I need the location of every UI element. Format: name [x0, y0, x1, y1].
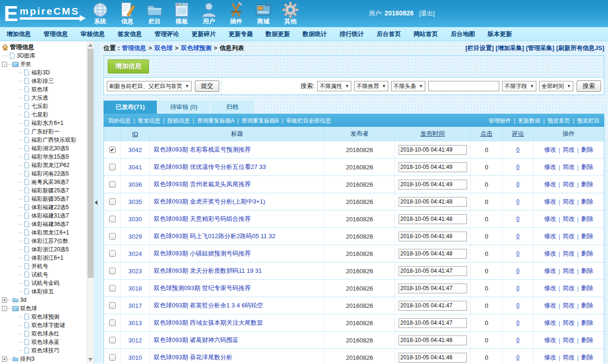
info-id-link[interactable]: 3030 — [128, 216, 142, 223]
nav-item-签发信息[interactable]: 签发信息 — [118, 30, 142, 38]
breadcrumb-link-双色球预测[interactable]: 双色球预测 — [181, 44, 211, 51]
sidebar-item-双色球预测[interactable]: 双色球预测 — [0, 313, 87, 321]
row-checkbox[interactable] — [109, 164, 116, 170]
info-title-link[interactable]: 双色球093期 码上飞012路分析2路码05 11 32 — [154, 232, 275, 240]
publish-time-input[interactable] — [399, 353, 467, 363]
breadcrumb-link-管理信息[interactable]: 管理信息 — [122, 44, 146, 51]
info-title-link[interactable]: 双色球093期 西域女孩本期关注大尾数篮 — [154, 319, 263, 327]
nav-item-数据更新[interactable]: 数据更新 — [266, 30, 290, 38]
op-link-简改[interactable]: 简改 — [563, 180, 575, 189]
sidebar-item-试机号金码[interactable]: 试机号金码 — [0, 279, 87, 287]
sidebar-collapse-handle[interactable] — [94, 41, 99, 364]
sort-time-link[interactable]: 发布时间 — [421, 130, 445, 138]
op-link-删除[interactable]: 删除 — [581, 353, 593, 362]
header-menu-栏目[interactable]: 栏目 — [141, 0, 168, 27]
sidebar-item-福彩河南22选5[interactable]: 福彩河南22选5 — [0, 169, 87, 178]
info-title-link[interactable]: 双色球093期 天意精彩号码组合推荐 — [154, 215, 251, 223]
info-id-link[interactable]: 3013 — [128, 320, 142, 327]
tab-待审核 (0)[interactable]: 待审核 (0) — [158, 101, 210, 114]
op-link-简改[interactable]: 简改 — [563, 146, 575, 154]
op-link-修改[interactable]: 修改 — [544, 249, 556, 258]
op-link-修改[interactable]: 修改 — [544, 353, 556, 362]
nav-item-管理信息[interactable]: 管理信息 — [44, 30, 68, 38]
info-id-link[interactable]: 3010 — [128, 354, 142, 361]
sidebar-item-福彩东方6+1[interactable]: 福彩东方6+1 — [0, 119, 87, 127]
op-link-简改[interactable]: 简改 — [563, 163, 575, 171]
sidebar-item-体彩排三[interactable]: 体彩排三 — [0, 77, 87, 85]
sidebar-item-福彩湖北30选5[interactable]: 福彩湖北30选5 — [0, 144, 87, 153]
sort-comments-link[interactable]: 评论 — [512, 130, 524, 138]
op-link-修改[interactable]: 修改 — [544, 301, 556, 310]
row-checkbox[interactable] — [109, 268, 116, 274]
row-checkbox[interactable] — [109, 216, 116, 222]
expand-icon[interactable]: + — [2, 357, 7, 362]
toolbar-link-查询重复标题A[interactable]: 查询重复标题A — [197, 117, 234, 124]
sidebar-item-双色球[interactable]: 双色球 — [0, 85, 87, 94]
sidebar-item-福彩3D[interactable]: 福彩3D — [0, 68, 87, 77]
search-button[interactable]: 搜索 — [577, 80, 601, 92]
op-link-删除[interactable]: 删除 — [581, 267, 593, 275]
row-checkbox[interactable] — [109, 198, 116, 205]
op-link-修改[interactable]: 修改 — [544, 180, 556, 189]
info-id-link[interactable]: 3042 — [128, 146, 142, 153]
op-link-简改[interactable]: 简改 — [563, 267, 575, 275]
info-title-link[interactable]: 双色球093期 优优遗传号分析五位看27 33 — [154, 163, 266, 171]
op-link-简改[interactable]: 简改 — [563, 197, 575, 206]
publish-time-input[interactable] — [399, 284, 467, 293]
sort-id-link[interactable]: ID — [132, 131, 138, 138]
sidebar-item-双色球[interactable]: -双色球 — [0, 304, 87, 313]
nav-item-数据统计[interactable]: 数据统计 — [303, 30, 327, 38]
publish-time-input[interactable] — [399, 266, 467, 276]
op-link-修改[interactable]: 修改 — [544, 284, 556, 292]
sidebar-item-管理信息[interactable]: 管理信息 — [0, 43, 87, 51]
tab-归档[interactable]: 归档 — [211, 101, 254, 114]
sidebar-item-七乐彩[interactable]: 七乐彩 — [0, 102, 87, 110]
submit-button[interactable]: 提交 — [195, 80, 219, 92]
field-select[interactable]: 不限字段 ▼ — [502, 81, 536, 91]
op-link-修改[interactable]: 修改 — [544, 163, 556, 171]
sidebar-item-双色球杀红[interactable]: 双色球杀红 — [0, 329, 87, 338]
op-link-简改[interactable]: 简改 — [563, 301, 575, 310]
comments-link[interactable]: 0 — [516, 198, 519, 205]
op-link-简改[interactable]: 简改 — [563, 249, 575, 258]
info-title-link[interactable]: 双色球093期 小镇姑娘预测号码推荐 — [154, 249, 251, 258]
op-link-简改[interactable]: 简改 — [563, 284, 575, 292]
action-link-管理采集[interactable]: [管理采集] — [526, 44, 555, 51]
recommend-select[interactable]: 不限推荐 ▼ — [354, 81, 388, 91]
sidebar-item-体彩黑龙江6+1[interactable]: 体彩黑龙江6+1 — [0, 228, 87, 237]
comments-link[interactable]: 0 — [516, 302, 519, 309]
op-link-修改[interactable]: 修改 — [544, 232, 556, 240]
info-title-link[interactable]: 双色球093期 贵州老戴龙头凤尾推荐 — [154, 180, 251, 189]
comments-link[interactable]: 0 — [516, 146, 519, 153]
op-link-删除[interactable]: 删除 — [581, 336, 593, 344]
publish-time-input[interactable] — [399, 162, 467, 172]
info-id-link[interactable]: 3018 — [128, 285, 142, 292]
op-link-删除[interactable]: 删除 — [581, 301, 593, 310]
publish-time-input[interactable] — [399, 335, 467, 345]
comments-link[interactable]: 0 — [516, 354, 519, 361]
info-title-link[interactable]: 双色球预测093期 世纪专家号码推荐 — [154, 284, 251, 292]
header-menu-模板[interactable]: 模板 — [168, 0, 195, 27]
nav-item-更新碎片[interactable]: 更新碎片 — [192, 30, 216, 38]
toolbar-link-审核栏目全部信息[interactable]: 审核栏目全部信息 — [286, 117, 331, 124]
toolbar-link-预览栏目[interactable]: 预览栏目 — [577, 117, 600, 124]
op-link-简改[interactable]: 简改 — [563, 232, 575, 240]
info-id-link[interactable]: 3012 — [128, 337, 142, 344]
row-checkbox[interactable] — [109, 320, 116, 326]
row-checkbox[interactable] — [109, 285, 116, 291]
sidebar-item-开机号[interactable]: 开机号 — [0, 262, 87, 270]
op-link-删除[interactable]: 删除 — [581, 319, 593, 327]
op-link-删除[interactable]: 删除 — [581, 215, 593, 223]
publish-time-input[interactable] — [399, 145, 467, 155]
op-link-修改[interactable]: 修改 — [544, 319, 556, 327]
sidebar-item-体彩福建36选7[interactable]: 体彩福建36选7 — [0, 220, 87, 228]
scroll-up-icon[interactable] — [88, 44, 93, 47]
nav-item-排行统计[interactable]: 排行统计 — [340, 30, 364, 38]
sidebar-item-福彩新疆35选7[interactable]: 福彩新疆35选7 — [0, 195, 87, 203]
header-menu-商城[interactable]: 商城 — [250, 0, 277, 27]
sidebar-item-福彩新疆25选7[interactable]: 福彩新疆25选7 — [0, 186, 87, 195]
info-id-link[interactable]: 3036 — [128, 181, 142, 188]
sidebar-item-3D图库[interactable]: 3D图库 — [0, 51, 87, 60]
op-link-简改[interactable]: 简改 — [563, 319, 575, 327]
sidebar-item-福彩华东15选5[interactable]: 福彩华东15选5 — [0, 153, 87, 161]
